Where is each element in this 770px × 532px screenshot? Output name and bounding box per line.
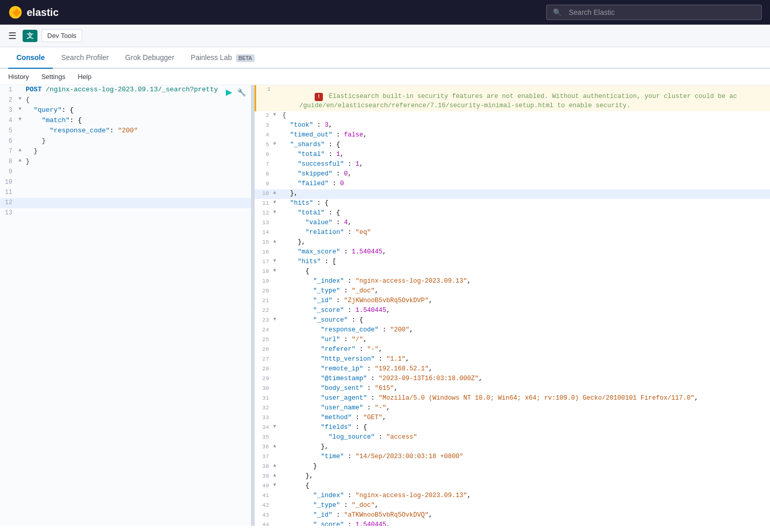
line-num-1: 1 xyxy=(0,86,16,93)
menu-bar: History Settings Help xyxy=(0,69,770,85)
editor-line-6: 6 } xyxy=(0,136,251,147)
output-line-warn-1: 1 ! Elasticsearch built-in security feat… xyxy=(255,85,770,102)
editor-line-1: 1 POST /nginx-access-log-2023.09.13/_sea… xyxy=(0,85,251,95)
output-line-23: 23 ▼ "_source" : { xyxy=(255,316,770,326)
output-line-25: 25 "url" : "/", xyxy=(255,336,770,345)
output-line-18: 18 ▼ { xyxy=(255,267,770,277)
editor-line-8: 8 ▲ } xyxy=(0,157,251,167)
dev-tools-button[interactable]: Dev Tools xyxy=(42,29,82,42)
menu-settings[interactable]: Settings xyxy=(39,72,67,82)
output-line-4: 4 "timed_out" : false, xyxy=(255,131,770,141)
output-line-31: 31 "user_agent" : "Mozilla/5.0 (Windows … xyxy=(255,394,770,404)
output-line-22: 22 "_score" : 1.540445, xyxy=(255,306,770,316)
output-line-24: 24 "response_code" : "200", xyxy=(255,326,770,336)
search-placeholder-text: Search Elastic xyxy=(569,8,614,16)
output-line-17: 17 ▼ "hits" : [ xyxy=(255,258,770,267)
editor-line-3: 3 ▼ "query": { xyxy=(0,106,251,116)
editor-line-7: 7 ▲ } xyxy=(0,147,251,157)
output-line-43: 43 "_id" : "aTKWnooB5vbRq5OvkDVQ", xyxy=(255,511,770,521)
output-line-28: 28 "remote_ip" : "192.168.52.1", xyxy=(255,365,770,375)
right-output-pane[interactable]: 1 ! Elasticsearch built-in security feat… xyxy=(255,85,770,526)
error-badge: ! xyxy=(315,93,323,101)
hamburger-icon: ☰ xyxy=(8,30,16,42)
tab-painless-lab[interactable]: Painless Lab BETA xyxy=(183,47,263,69)
search-bar[interactable]: 🔍 Search Elastic xyxy=(546,5,762,20)
editor-container: 1 POST /nginx-access-log-2023.09.13/_sea… xyxy=(0,85,770,526)
output-line-10: 10 ▲ }, xyxy=(255,189,770,199)
output-line-7: 7 "successful" : 1, xyxy=(255,160,770,170)
search-icon: 🔍 xyxy=(553,8,562,16)
output-line-14: 14 "relation" : "eq" xyxy=(255,228,770,238)
output-line-13: 13 "value" : 4, xyxy=(255,219,770,228)
tab-console[interactable]: Console xyxy=(8,47,53,69)
wrench-button[interactable]: 🔧 xyxy=(236,87,247,97)
output-line-37: 37 "time" : "14/Sep/2023:00:03:18 +0800" xyxy=(255,452,770,462)
output-line-2: 2 ▼ { xyxy=(255,111,770,121)
output-line-11: 11 ▼ "hits" : { xyxy=(255,199,770,209)
fold-1[interactable] xyxy=(16,86,24,91)
output-line-6: 6 "total" : 1, xyxy=(255,150,770,160)
output-line-26: 26 "referer" : "-", xyxy=(255,345,770,355)
output-line-27: 27 "http_version" : "1.1", xyxy=(255,355,770,365)
output-line-40: 40 ▼ { xyxy=(255,482,770,491)
logo-text: elastic xyxy=(27,7,59,18)
tabs-bar: Console Search Profiler Grok Debugger Pa… xyxy=(0,47,770,69)
output-line-44: 44 "_score" : 1.540445, xyxy=(255,521,770,526)
menu-help[interactable]: Help xyxy=(75,72,93,82)
output-line-9: 9 "failed" : 0 xyxy=(255,180,770,189)
menu-history[interactable]: History xyxy=(6,72,31,82)
logo[interactable]: 🔶 elastic xyxy=(8,5,59,19)
output-line-34: 34 ▼ "fields" : { xyxy=(255,423,770,433)
output-line-38: 38 ▲ } xyxy=(255,462,770,472)
output-line-19: 19 "_index" : "nginx-access-log-2023.09.… xyxy=(255,277,770,287)
toolbar-bar: ☰ 文 Dev Tools xyxy=(0,25,770,47)
hamburger-button[interactable]: ☰ xyxy=(6,28,18,44)
editor-line-13: 13 xyxy=(0,208,251,219)
output-line-warn-2: /guide/en/elasticsearch/reference/7.16/s… xyxy=(255,102,770,111)
editor-line-4: 4 ▼ "match": { xyxy=(0,116,251,126)
editor-line-11: 11 xyxy=(0,188,251,198)
output-line-3: 3 "took" : 3, xyxy=(255,121,770,131)
svg-text:🔶: 🔶 xyxy=(12,8,21,17)
tab-grok-debugger[interactable]: Grok Debugger xyxy=(117,47,183,69)
output-line-39: 39 ▲ }, xyxy=(255,472,770,482)
output-line-20: 20 "_type" : "_doc", xyxy=(255,287,770,297)
dev-icon-char: 文 xyxy=(27,31,33,41)
elastic-logo-icon: 🔶 xyxy=(8,5,23,19)
output-line-12: 12 ▼ "total" : { xyxy=(255,209,770,219)
left-editor-pane[interactable]: 1 POST /nginx-access-log-2023.09.13/_sea… xyxy=(0,85,252,526)
output-line-33: 33 "method" : "GET", xyxy=(255,413,770,423)
output-line-42: 42 "_type" : "_doc", xyxy=(255,501,770,511)
output-line-15: 15 ▲ }, xyxy=(255,238,770,248)
output-line-35: 35 "log_source" : "access" xyxy=(255,433,770,443)
editor-line-9: 9 xyxy=(0,167,251,178)
output-line-21: 21 "_id" : "ZjKWnooB5vbRq5OvkDVP", xyxy=(255,297,770,306)
dev-tools-icon-badge: 文 xyxy=(23,30,37,42)
output-line-30: 30 "body_sent" : "615", xyxy=(255,384,770,394)
output-line-32: 32 "user_name" : "-", xyxy=(255,404,770,413)
output-line-41: 41 "_index" : "nginx-access-log-2023.09.… xyxy=(255,491,770,501)
run-button[interactable]: ▶ xyxy=(225,86,233,98)
output-line-5: 5 ▼ "_shards" : { xyxy=(255,141,770,150)
output-line-16: 16 "max_score" : 1.540445, xyxy=(255,248,770,258)
editor-line-10: 10 xyxy=(0,178,251,188)
code-1: POST /nginx-access-log-2023.09.13/_searc… xyxy=(24,86,251,93)
editor-line-12: 12 xyxy=(0,198,251,208)
output-line-36: 36 ▲ }, xyxy=(255,443,770,452)
navbar: 🔶 elastic 🔍 Search Elastic xyxy=(0,0,770,25)
output-line-29: 29 "@timestamp" : "2023-09-13T16:03:18.0… xyxy=(255,375,770,384)
editor-line-5: 5 "response_code": "200" xyxy=(0,126,251,136)
editor-line-2: 2 ▼ { xyxy=(0,95,251,106)
output-line-8: 8 "skipped" : 0, xyxy=(255,170,770,180)
beta-badge: BETA xyxy=(236,54,255,62)
tab-search-profiler[interactable]: Search Profiler xyxy=(53,47,117,69)
